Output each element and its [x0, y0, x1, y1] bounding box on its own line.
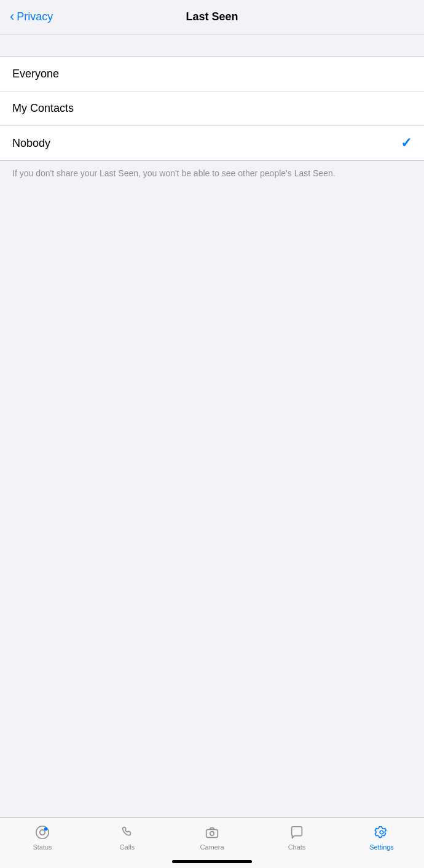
- tab-status[interactable]: Status: [0, 824, 85, 851]
- option-nobody[interactable]: Nobody ✓: [0, 126, 424, 160]
- option-nobody-label: Nobody: [12, 137, 50, 150]
- tab-chats[interactable]: Chats: [254, 824, 339, 851]
- back-button[interactable]: ‹ Privacy: [10, 10, 53, 23]
- option-my-contacts-label: My Contacts: [12, 102, 74, 115]
- options-list: Everyone My Contacts Nobody ✓: [0, 57, 424, 161]
- tab-status-label: Status: [33, 843, 52, 851]
- tab-settings[interactable]: Settings: [339, 824, 424, 851]
- svg-point-1: [40, 830, 45, 835]
- tab-calls-label: Calls: [120, 843, 135, 851]
- svg-point-5: [380, 831, 383, 834]
- svg-point-2: [44, 827, 48, 831]
- option-everyone-label: Everyone: [12, 68, 59, 80]
- tab-settings-label: Settings: [369, 843, 394, 851]
- settings-icon: [373, 824, 390, 841]
- page-title: Last Seen: [186, 10, 238, 23]
- back-label: Privacy: [17, 10, 53, 23]
- tab-calls[interactable]: Calls: [85, 824, 170, 851]
- option-my-contacts[interactable]: My Contacts: [0, 92, 424, 126]
- option-everyone[interactable]: Everyone: [0, 57, 424, 92]
- section-spacer: [0, 34, 424, 57]
- chevron-left-icon: ‹: [10, 10, 14, 23]
- tab-camera[interactable]: Camera: [170, 824, 254, 851]
- status-icon: [34, 824, 51, 841]
- chats-icon: [288, 824, 305, 841]
- camera-icon: [203, 824, 221, 841]
- tab-chats-label: Chats: [288, 843, 306, 851]
- info-text: If you don't share your Last Seen, you w…: [0, 161, 424, 186]
- checkmark-icon: ✓: [401, 135, 412, 151]
- home-indicator: [172, 860, 252, 863]
- svg-rect-3: [206, 829, 218, 837]
- tab-camera-label: Camera: [200, 843, 224, 851]
- svg-point-4: [210, 832, 214, 836]
- calls-icon: [119, 824, 136, 841]
- nav-bar: ‹ Privacy Last Seen: [0, 0, 424, 34]
